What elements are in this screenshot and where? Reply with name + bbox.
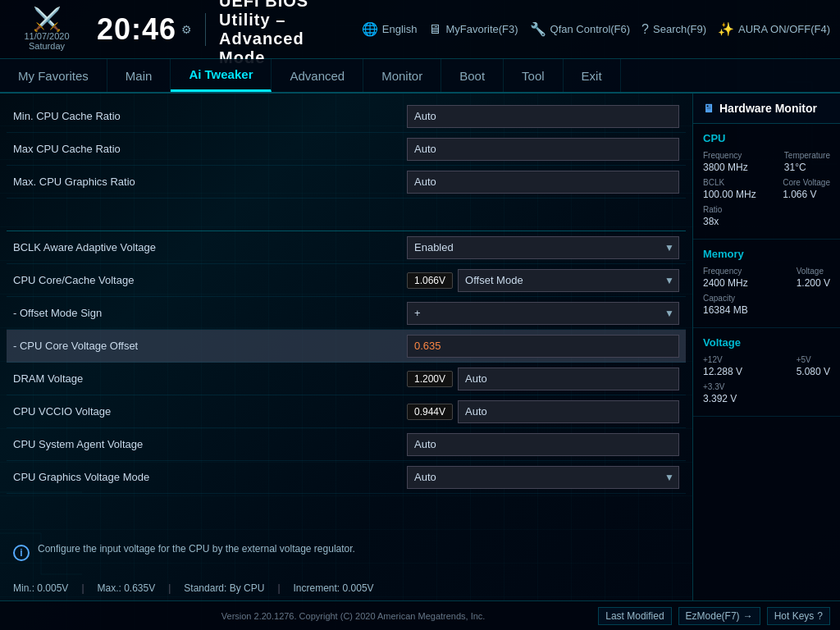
nav-ai-tweaker[interactable]: Ai Tweaker xyxy=(171,59,272,92)
ezmode-label: EzMode(F7) xyxy=(686,610,740,622)
monitor-hw-icon: 🖥 xyxy=(703,102,714,115)
arrow-right-icon: → xyxy=(743,610,753,622)
divider xyxy=(205,13,206,46)
hw-v5-label: +5V xyxy=(797,355,830,364)
fan-icon: 🔧 xyxy=(530,21,546,37)
hw-mem-freq-value: 2400 MHz xyxy=(703,277,748,289)
setting-cpu-core-voltage-offset-label: - CPU Core Voltage Offset xyxy=(13,340,407,352)
hw-mem-capacity-value: 16384 MB xyxy=(703,304,748,316)
hw-v33-value: 3.392 V xyxy=(703,393,737,404)
setting-dram-voltage-label: DRAM Voltage xyxy=(13,372,407,385)
hardware-monitor: 🖥 Hardware Monitor CPU Frequency 3800 MH… xyxy=(692,94,840,600)
nav-tool[interactable]: Tool xyxy=(504,59,564,92)
setting-cpu-vccio-voltage-label: CPU VCCIO Voltage xyxy=(13,405,407,418)
setting-cpu-core-cache-voltage-label: CPU Core/Cache Voltage xyxy=(13,274,407,286)
nav-advanced[interactable]: Advanced xyxy=(272,59,363,92)
range-sep1: | xyxy=(81,582,84,594)
hotkeys-button[interactable]: Hot Keys ? xyxy=(767,607,830,625)
setting-min-cpu-cache-label: Min. CPU Cache Ratio xyxy=(13,110,407,122)
nav-my-favorites[interactable]: My Favorites xyxy=(0,59,107,92)
setting-cpu-core-cache-voltage-wrapper: Auto Offset Mode Manual Mode ▼ xyxy=(458,269,679,292)
hw-volt-12: +12V 12.288 V xyxy=(703,355,742,377)
hw-mem-frequency: Frequency 2400 MHz xyxy=(703,267,748,289)
info-text: Configure the input voltage for the CPU … xyxy=(38,543,355,555)
setting-cpu-graphics-voltage-mode-label: CPU Graphics Voltage Mode xyxy=(13,471,407,483)
last-modified-button[interactable]: Last Modified xyxy=(598,607,671,625)
clock-gear-icon[interactable]: ⚙ xyxy=(181,23,192,36)
hw-mem-voltage: Voltage 1.200 V xyxy=(797,267,830,289)
question-icon: ? xyxy=(817,610,823,622)
range-sep3: | xyxy=(277,582,280,594)
nav-bar: My Favorites Main Ai Tweaker Advanced Mo… xyxy=(0,59,840,94)
aura-icon: ✨ xyxy=(718,21,734,37)
nav-boot[interactable]: Boot xyxy=(441,59,504,92)
setting-offset-mode-sign-label: - Offset Mode Sign xyxy=(13,307,407,319)
setting-offset-mode-sign: - Offset Mode Sign + - ▼ xyxy=(7,297,686,330)
hw-cpu-temp-value: 31°C xyxy=(784,162,830,173)
hw-memory-title: Memory xyxy=(703,248,830,260)
ezmode-button[interactable]: EzMode(F7) → xyxy=(678,607,760,625)
setting-cpu-graphics-voltage-mode-select[interactable]: Auto Offset Mode Manual Mode xyxy=(407,466,679,489)
setting-bclk-aware-label: BCLK Aware Adaptive Voltage xyxy=(13,241,407,253)
hw-mem-capacity-label: Capacity xyxy=(703,294,748,303)
nav-exit[interactable]: Exit xyxy=(564,59,621,92)
title-area: UEFI BIOS Utility – Advanced Mode xyxy=(219,0,349,67)
setting-dram-voltage: DRAM Voltage 1.200V xyxy=(7,363,686,395)
version-text: Version 2.20.1276. Copyright (C) 2020 Am… xyxy=(108,611,598,621)
setting-bclk-aware-select[interactable]: Auto Enabled Disabled xyxy=(407,236,679,259)
bottom-actions: Last Modified EzMode(F7) → Hot Keys ? xyxy=(598,607,830,625)
hw-cpu-ratio-value: 38x xyxy=(703,216,722,227)
hw-mem-voltage-label: Voltage xyxy=(797,267,830,276)
globe-icon: 🌐 xyxy=(362,21,378,37)
setting-cpu-system-agent-voltage-label: CPU System Agent Voltage xyxy=(13,438,407,450)
nav-monitor[interactable]: Monitor xyxy=(363,59,441,92)
hw-volt-5: +5V 5.080 V xyxy=(797,355,830,377)
setting-cpu-system-agent-voltage: CPU System Agent Voltage xyxy=(7,428,686,461)
language-selector[interactable]: 🌐 English xyxy=(362,21,418,37)
clock-area: 20:46 ⚙ xyxy=(97,12,192,47)
hw-mem-freq-label: Frequency xyxy=(703,267,748,276)
setting-max-cpu-cache-label: Max CPU Cache Ratio xyxy=(13,143,407,155)
hw-cpu-title: CPU xyxy=(703,132,830,144)
qfan-button[interactable]: 🔧 Qfan Control(F6) xyxy=(530,21,631,37)
setting-offset-mode-sign-select[interactable]: + - xyxy=(407,302,679,325)
range-sep2: | xyxy=(168,582,171,594)
hw-cpu-temperature: Temperature 31°C xyxy=(784,151,830,173)
setting-bclk-aware-wrapper: Auto Enabled Disabled ▼ xyxy=(407,236,679,259)
myfavorite-button[interactable]: 🖥 MyFavorite(F3) xyxy=(428,22,518,37)
setting-cpu-core-cache-voltage-select[interactable]: Auto Offset Mode Manual Mode xyxy=(458,269,679,292)
search-button[interactable]: ? Search(F9) xyxy=(641,22,706,37)
setting-max-cpu-graphics-input[interactable] xyxy=(407,171,679,194)
setting-dram-voltage-input[interactable] xyxy=(458,368,679,390)
setting-cpu-system-agent-input[interactable] xyxy=(407,433,679,456)
setting-min-cpu-cache-input[interactable] xyxy=(407,105,679,128)
setting-bclk-aware: BCLK Aware Adaptive Voltage Auto Enabled… xyxy=(7,231,686,264)
hw-cpu-section: CPU Frequency 3800 MHz Temperature 31°C … xyxy=(693,124,840,240)
search-icon: ? xyxy=(641,22,649,37)
top-actions: 🌐 English 🖥 MyFavorite(F3) 🔧 Qfan Contro… xyxy=(362,21,830,37)
settings-panel: Min. CPU Cache Ratio Max CPU Cache Ratio… xyxy=(0,94,692,600)
date-display: 11/07/2020 Saturday xyxy=(24,31,69,51)
info-bar: i Configure the input voltage for the CP… xyxy=(0,538,692,579)
setting-cpu-core-voltage-offset-input[interactable] xyxy=(407,335,679,358)
cpu-core-cache-voltage-badge: 1.066V xyxy=(407,272,453,289)
hw-memory-section: Memory Frequency 2400 MHz Voltage 1.200 … xyxy=(693,240,840,328)
separator xyxy=(7,199,686,231)
nav-main[interactable]: Main xyxy=(107,59,171,92)
hw-mem-freq-voltage-row: Frequency 2400 MHz Voltage 1.200 V xyxy=(703,267,830,289)
hw-v5-value: 5.080 V xyxy=(797,366,830,377)
setting-cpu-core-cache-voltage: CPU Core/Cache Voltage 1.066V Auto Offse… xyxy=(7,264,686,297)
setting-cpu-vccio-input[interactable] xyxy=(458,400,679,423)
setting-cpu-vccio-voltage: CPU VCCIO Voltage 0.944V xyxy=(7,395,686,428)
setting-max-cpu-cache-input[interactable] xyxy=(407,138,679,161)
aura-button[interactable]: ✨ AURA ON/OFF(F4) xyxy=(718,21,830,37)
dram-voltage-badge: 1.200V xyxy=(407,371,453,387)
clock-time: 20:46 xyxy=(97,12,176,47)
hw-cpu-ratio: Ratio 38x xyxy=(703,205,722,227)
hw-mem-capacity: Capacity 16384 MB xyxy=(703,294,748,316)
setting-max-cpu-graphics-label: Max. CPU Graphics Ratio xyxy=(13,176,407,188)
range-increment: Increment: 0.005V xyxy=(294,582,374,594)
setting-cpu-graphics-voltage-mode: CPU Graphics Voltage Mode Auto Offset Mo… xyxy=(7,461,686,494)
setting-cpu-core-voltage-offset: - CPU Core Voltage Offset xyxy=(7,330,686,363)
hw-cpu-temp-label: Temperature xyxy=(784,151,830,160)
